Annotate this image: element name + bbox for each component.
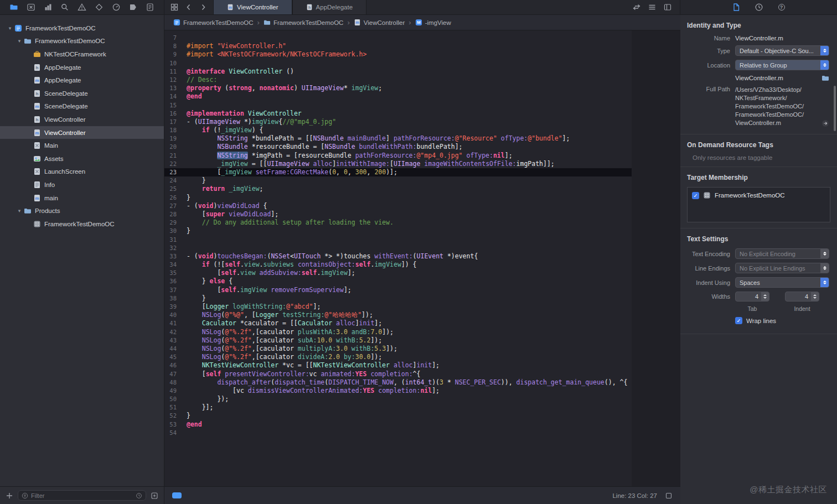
code-line[interactable]: 25 return _imgView; [164, 185, 680, 193]
code-line[interactable]: 49 [vc dismissViewControllerAnimated:YES… [164, 387, 680, 395]
sidebar-item-NKTestOCFramework[interactable]: NKTestOCFramework [0, 48, 164, 61]
target-checkbox[interactable]: ✓ [692, 192, 699, 199]
sidebar-item-LaunchScreen[interactable]: LaunchScreen [0, 165, 164, 179]
disclosure-triangle-icon[interactable]: ▾ [6, 25, 14, 31]
code-line[interactable]: 11@interface ViewController () [164, 67, 680, 76]
location-popup[interactable]: Relative to Group [735, 60, 829, 70]
tab-AppDelegate[interactable]: hAppDelegate [292, 0, 367, 14]
code-line[interactable]: 12// Desc: [164, 76, 680, 84]
indent-width-stepper[interactable]: 4 [785, 292, 819, 302]
choose-folder-icon[interactable] [822, 74, 829, 82]
type-popup[interactable]: Default - Objective-C Sou... [735, 45, 829, 56]
history-inspector-icon[interactable] [752, 1, 766, 13]
code-line[interactable]: 38 } [164, 294, 680, 303]
code-line[interactable]: 37 [self.imgView removeFromSuperview]; [164, 286, 680, 294]
breakpoint-navigator-icon[interactable] [126, 1, 140, 13]
code-line[interactable]: 10 [164, 59, 680, 67]
debug-navigator-icon[interactable] [110, 1, 123, 13]
sidebar-item-SceneDelegate[interactable]: hSceneDelegate [0, 87, 164, 100]
source-control-navigator-icon[interactable] [24, 1, 38, 13]
go-forward-icon[interactable] [197, 1, 210, 13]
add-editor-icon[interactable] [661, 1, 674, 13]
code-line[interactable]: 26} [164, 194, 680, 202]
report-navigator-icon[interactable] [143, 1, 157, 13]
go-back-icon[interactable] [182, 1, 195, 13]
code-line[interactable]: 13@property (strong, nonatomic) UIImageV… [164, 84, 680, 92]
code-line[interactable]: 35 [self.view addSubview:self.imgView]; [164, 269, 680, 277]
code-line[interactable]: 23 [_imgView setFrame:CGRectMake(0, 0, 3… [164, 168, 680, 176]
code-line[interactable]: 18 if (!_imgView) { [164, 126, 680, 134]
breadcrumb-ViewController[interactable]: mViewController [354, 19, 405, 26]
code-line[interactable]: 15 [164, 101, 680, 110]
code-line[interactable]: 21 NSString *imgPath = [resourceBundle p… [164, 152, 680, 160]
code-line[interactable]: 51 }]; [164, 403, 680, 412]
code-line[interactable]: 33- (void)touchesBegan:(NSSet<UITouch *>… [164, 252, 680, 261]
sidebar-item-AppDelegate[interactable]: mAppDelegate [0, 74, 164, 87]
code-line[interactable]: 46 NKTestViewController *vc = [[NKTestVi… [164, 361, 680, 370]
sidebar-item-main[interactable]: mmain [0, 191, 164, 205]
code-line[interactable]: 48 dispatch_after(dispatch_time(DISPATCH… [164, 378, 680, 387]
code-line[interactable]: 9#import <NKTestOCFramework/NKTestOCFram… [164, 50, 680, 59]
sidebar-item-Main[interactable]: Main [0, 139, 164, 152]
code-line[interactable]: 8#import "ViewController.h" [164, 42, 680, 50]
reveal-in-finder-icon[interactable] [822, 119, 829, 127]
test-navigator-icon[interactable] [92, 1, 106, 13]
tab-width-stepper[interactable]: 4 [735, 292, 769, 302]
code-line[interactable]: 47 [self presentViewController:vc animat… [164, 370, 680, 378]
code-line[interactable]: 19 NSString *bundlePath = [[NSBundle mai… [164, 134, 680, 143]
code-line[interactable]: 16@implementation ViewController [164, 110, 680, 118]
issue-navigator-icon[interactable] [75, 1, 89, 13]
file-inspector-icon[interactable] [730, 1, 743, 13]
breakpoints-toggle-icon[interactable] [172, 492, 182, 498]
code-line[interactable]: 52} [164, 412, 680, 420]
name-field[interactable]: ViewController.m [735, 35, 783, 41]
disclosure-triangle-icon[interactable]: ▾ [15, 38, 24, 44]
code-line[interactable]: 50 }); [164, 395, 680, 403]
quick-help-inspector-icon[interactable]: ? [775, 1, 788, 13]
symbol-navigator-icon[interactable] [42, 1, 55, 13]
code-line[interactable]: 44 NSLog(@"%.2f",[caculator multiplyA:3.… [164, 345, 680, 353]
code-line[interactable]: 30} [164, 227, 680, 235]
filter-field[interactable]: Filter [18, 490, 146, 501]
source-editor[interactable]: 78#import "ViewController.h"9#import <NK… [164, 30, 680, 486]
tab-overview-icon[interactable] [168, 1, 181, 13]
sidebar-item-SceneDelegate[interactable]: mSceneDelegate [0, 100, 164, 113]
code-review-icon[interactable] [630, 1, 643, 13]
target-row[interactable]: ✓ FrameworkTestDemoOC [692, 191, 825, 199]
code-line[interactable]: 32 [164, 244, 680, 252]
code-line[interactable]: 53@end [164, 420, 680, 429]
sidebar-item-Products[interactable]: ▾Products [0, 204, 164, 217]
code-line[interactable]: 39 [Logger logWithString:@"abcd"]; [164, 303, 680, 311]
code-line[interactable]: 20 NSBundle *resourceBundle = [NSBundle … [164, 143, 680, 151]
breadcrumb--imgView[interactable]: M-imgView [415, 19, 451, 26]
tab-ViewController[interactable]: mViewController [213, 0, 292, 14]
code-line[interactable]: 42 NSLog(@"%.2f",[caculator plusWithA:3.… [164, 328, 680, 336]
line-endings-popup[interactable]: No Explicit Line Endings [735, 263, 829, 273]
editor-options-icon[interactable] [645, 1, 659, 13]
sidebar-item-Info[interactable]: Info [0, 178, 164, 191]
code-line[interactable]: 27- (void)viewDidLoad { [164, 202, 680, 210]
find-navigator-icon[interactable] [58, 1, 71, 13]
sidebar-item-FrameworkTestDemoOC[interactable]: FrameworkTestDemoOC [0, 217, 164, 231]
wrap-lines-checkbox[interactable]: ✓ [735, 317, 742, 324]
sidebar-item-FrameworkTestDemoOC[interactable]: ▾FrameworkTestDemoOC [0, 35, 164, 48]
code-line[interactable]: 17- (UIImageView *)imgView{//@"mp4_0.jpg… [164, 118, 680, 126]
indent-using-popup[interactable]: Spaces [735, 277, 829, 288]
code-line[interactable]: 54 [164, 429, 680, 437]
code-line[interactable]: 24 } [164, 176, 680, 185]
filter-scope-icon[interactable] [151, 492, 158, 500]
sidebar-item-Assets[interactable]: Assets [0, 152, 164, 165]
code-line[interactable]: 43 NSLog(@"%.2f",[caculator subA:10.0 wi… [164, 336, 680, 345]
text-encoding-popup[interactable]: No Explicit Encoding [735, 248, 829, 259]
sidebar-item-ViewController[interactable]: hViewController [0, 113, 164, 126]
code-line[interactable]: 41 Caculator *caculator = [[Caculator al… [164, 319, 680, 328]
code-line[interactable]: 29 // Do any additional setup after load… [164, 219, 680, 227]
code-line[interactable]: 45 NSLog(@"%.2f",[caculator divideA:2.0 … [164, 353, 680, 361]
sidebar-item-AppDelegate[interactable]: hAppDelegate [0, 61, 164, 74]
code-line[interactable]: 28 [super viewDidLoad]; [164, 210, 680, 219]
disclosure-triangle-icon[interactable]: ▾ [15, 208, 24, 214]
editor-mode-icon[interactable] [665, 492, 673, 500]
sidebar-item-ViewController[interactable]: mViewController [0, 126, 164, 139]
breadcrumb-FrameworkTestDemoOC[interactable]: FrameworkTestDemoOC [173, 19, 254, 26]
breadcrumb-FrameworkTestDemoOC[interactable]: FrameworkTestDemoOC [264, 19, 344, 26]
